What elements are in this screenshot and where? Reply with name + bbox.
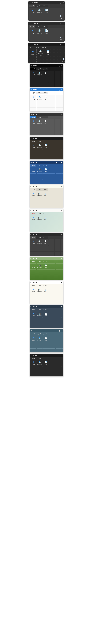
grid-cell[interactable] xyxy=(30,101,36,107)
grid-cell[interactable] xyxy=(50,14,57,20)
grid-cell[interactable] xyxy=(49,360,55,366)
grid-cell[interactable] xyxy=(61,228,63,232)
grid-cell[interactable] xyxy=(48,252,54,256)
grid-cell[interactable] xyxy=(36,294,42,300)
grid-cell[interactable] xyxy=(43,366,49,372)
close-button[interactable]: ✕ xyxy=(61,65,62,67)
grid-cell[interactable] xyxy=(48,294,54,300)
tab-2[interactable]: 页面2 xyxy=(36,92,42,94)
grid-cell[interactable] xyxy=(42,300,48,304)
grid-cell[interactable] xyxy=(37,108,43,111)
grid-cell[interactable]: 📄文档 xyxy=(42,288,48,294)
tab-3[interactable]: 页面3 xyxy=(42,236,48,239)
titlebar[interactable]: CLaunch—⊡✕ xyxy=(30,136,63,140)
grid-cell[interactable] xyxy=(54,198,60,204)
grid-cell[interactable] xyxy=(30,156,36,160)
grid-cell[interactable] xyxy=(56,348,62,352)
close-button[interactable]: ✕ xyxy=(61,113,62,115)
grid-cell[interactable] xyxy=(49,180,55,184)
grid-cell[interactable] xyxy=(37,174,43,180)
grid-cell[interactable] xyxy=(30,270,36,276)
grid-cell[interactable]: 🖥此电脑 xyxy=(30,119,36,125)
grid-cell[interactable] xyxy=(56,156,62,160)
close-button[interactable]: ✕ xyxy=(61,210,62,212)
grid-cell[interactable] xyxy=(56,318,62,324)
grid-cell[interactable] xyxy=(54,300,60,304)
titlebar[interactable]: CLaunch—⊡✕ xyxy=(30,161,63,164)
grid-cell[interactable] xyxy=(37,342,43,348)
grid-cell[interactable] xyxy=(52,49,60,56)
grid-cell[interactable] xyxy=(30,149,36,156)
tab-3[interactable]: 页面 3 xyxy=(41,25,48,28)
grid-cell[interactable] xyxy=(30,252,36,256)
grid-cell[interactable] xyxy=(36,77,42,83)
grid-cell[interactable] xyxy=(61,119,63,125)
grid-cell[interactable] xyxy=(49,167,55,173)
grid-cell[interactable] xyxy=(62,149,63,156)
grid-cell[interactable] xyxy=(49,318,55,324)
close-button[interactable]: ✕ xyxy=(61,161,62,163)
pin-button[interactable]: ⊡ xyxy=(58,258,60,260)
grid-cell[interactable] xyxy=(49,342,55,348)
grid-cell[interactable] xyxy=(49,348,55,352)
grid-cell[interactable] xyxy=(30,276,36,280)
grid-cell[interactable] xyxy=(36,198,42,204)
grid-cell[interactable] xyxy=(42,125,48,131)
grid-cell[interactable] xyxy=(30,108,36,111)
grid-cell[interactable] xyxy=(37,56,44,63)
grid-cell[interactable] xyxy=(37,180,43,184)
grid-cell[interactable] xyxy=(49,149,55,156)
min-button[interactable]: — xyxy=(56,210,57,212)
grid-cell[interactable] xyxy=(48,216,54,222)
grid-cell[interactable] xyxy=(49,95,55,101)
tab-2[interactable]: 页面2 xyxy=(36,284,42,287)
grid-cell[interactable] xyxy=(30,348,36,352)
grid-cell[interactable] xyxy=(56,372,62,376)
grid-cell[interactable] xyxy=(36,204,42,208)
tab-2[interactable]: 页面2 xyxy=(35,46,41,49)
grid-cell[interactable]: 🖥此电脑 xyxy=(30,336,36,342)
tab-1[interactable]: 页面1 xyxy=(30,308,36,311)
grid-cell[interactable] xyxy=(56,324,62,328)
close-button[interactable]: ✕ xyxy=(62,44,64,46)
grid-cell[interactable] xyxy=(49,270,55,276)
grid-cell[interactable] xyxy=(42,131,48,135)
grid-cell[interactable] xyxy=(62,318,63,324)
grid-cell[interactable]: 🖥此电脑 xyxy=(30,95,36,101)
grid-cell[interactable] xyxy=(30,318,36,324)
grid-cell[interactable] xyxy=(30,180,36,184)
grid-cell[interactable] xyxy=(30,222,36,228)
close-button[interactable]: ✕ xyxy=(61,186,62,188)
grid-cell[interactable]: 📄文档 xyxy=(42,240,48,245)
grid-cell[interactable] xyxy=(48,228,54,232)
grid-cell[interactable] xyxy=(56,167,62,173)
tab-3[interactable]: 页面3 xyxy=(42,333,48,335)
grid-cell[interactable] xyxy=(62,324,63,328)
grid-cell[interactable] xyxy=(49,101,55,107)
grid-cell[interactable] xyxy=(62,348,63,352)
tab-1[interactable]: 页面1 xyxy=(30,333,36,335)
grid-cell[interactable] xyxy=(61,83,63,87)
grid-cell[interactable] xyxy=(29,14,36,20)
grid-cell[interactable] xyxy=(54,83,60,87)
tab-3[interactable]: 页面3 xyxy=(42,357,48,360)
grid-cell[interactable] xyxy=(62,167,63,173)
tab-2[interactable]: 页面2 xyxy=(36,188,42,191)
grid-cell[interactable] xyxy=(62,336,63,342)
min-button[interactable]: — xyxy=(56,330,57,332)
grid-cell[interactable] xyxy=(29,56,37,63)
grid-cell[interactable] xyxy=(49,108,55,111)
grid-cell[interactable] xyxy=(62,312,63,318)
grid-cell[interactable]: 📄文档 xyxy=(42,71,48,77)
grid-cell[interactable] xyxy=(48,192,54,198)
grid-cell[interactable] xyxy=(36,14,43,20)
grid-cell[interactable] xyxy=(37,318,43,324)
grid-cell[interactable] xyxy=(62,108,63,111)
grid-cell[interactable] xyxy=(62,264,63,270)
grid-cell[interactable] xyxy=(42,252,48,256)
titlebar[interactable]: 🖥CLaunch—⊡✕ xyxy=(28,43,65,46)
tab-1[interactable]: 页面1 xyxy=(30,284,36,287)
grid-cell[interactable] xyxy=(62,270,63,276)
grid-cell[interactable] xyxy=(43,149,49,156)
grid-cell[interactable] xyxy=(61,246,63,252)
